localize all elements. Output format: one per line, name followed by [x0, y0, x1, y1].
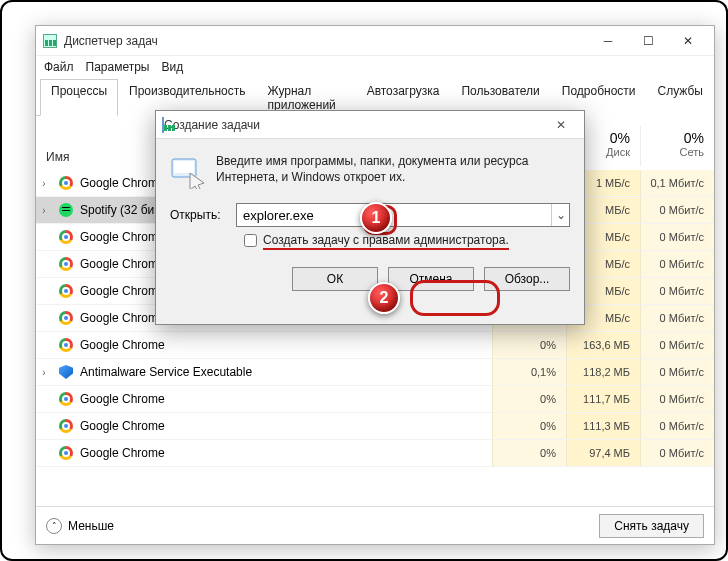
titlebar[interactable]: Диспетчер задач ─ ☐ ✕: [36, 26, 714, 56]
menubar: Файл Параметры Вид: [36, 56, 714, 78]
cell-mem: 97,4 МБ: [566, 440, 640, 466]
chrome-icon: [58, 445, 74, 461]
process-name: Google Chrome: [80, 338, 492, 352]
close-button[interactable]: ✕: [668, 27, 708, 55]
cell-mem: 118,2 МБ: [566, 359, 640, 385]
spotify-icon: [58, 202, 74, 218]
cell-net: 0 Мбит/с: [640, 251, 714, 277]
cell-cpu: 0%: [492, 440, 566, 466]
expand-icon[interactable]: ›: [36, 205, 52, 216]
chrome-icon: [58, 229, 74, 245]
dialog-icon: [162, 118, 164, 132]
cell-net: 0 Мбит/с: [640, 386, 714, 412]
end-task-button[interactable]: Снять задачу: [599, 514, 704, 538]
callout-badge-2: 2: [368, 282, 400, 314]
window-title: Диспетчер задач: [64, 34, 588, 48]
process-name: Antimalware Service Executable: [80, 365, 492, 379]
col-name[interactable]: Имя: [46, 150, 69, 164]
chevron-up-icon: ˄: [46, 518, 62, 534]
open-label: Открыть:: [170, 208, 226, 222]
callout-badge-1: 1: [360, 202, 392, 234]
table-row[interactable]: Google Chrome0%111,7 МБ0 Мбит/с: [36, 386, 714, 413]
menu-file[interactable]: Файл: [44, 60, 74, 74]
ok-button[interactable]: ОК: [292, 267, 378, 291]
cell-cpu: 0,1%: [492, 359, 566, 385]
table-row[interactable]: ›Antimalware Service Executable0,1%118,2…: [36, 359, 714, 386]
dialog-titlebar[interactable]: Создание задачи ✕: [156, 111, 584, 139]
chrome-icon: [58, 283, 74, 299]
browse-button[interactable]: Обзор...: [484, 267, 570, 291]
menu-view[interactable]: Вид: [161, 60, 183, 74]
tab-processes[interactable]: Процессы: [40, 79, 118, 116]
cell-mem: 111,3 МБ: [566, 413, 640, 439]
process-name: Google Chrome: [80, 419, 492, 433]
chrome-icon: [58, 337, 74, 353]
table-row[interactable]: Google Chrome0%111,3 МБ0 Мбит/с: [36, 413, 714, 440]
table-row[interactable]: Google Chrome0%97,4 МБ0 Мбит/с: [36, 440, 714, 467]
column-headers: 0% Диск 0% Сеть: [566, 126, 714, 166]
footer: ˄ Меньше Снять задачу: [36, 506, 714, 544]
minimize-button[interactable]: ─: [588, 27, 628, 55]
cell-mem: 111,7 МБ: [566, 386, 640, 412]
cell-cpu: 0%: [492, 332, 566, 358]
expand-icon[interactable]: ›: [36, 367, 52, 378]
dialog-instruction: Введите имя программы, папки, документа …: [216, 153, 570, 189]
expand-icon[interactable]: ›: [36, 178, 52, 189]
dialog-close-button[interactable]: ✕: [544, 114, 578, 136]
svg-rect-1: [174, 161, 194, 173]
cell-net: 0 Мбит/с: [640, 413, 714, 439]
cell-net: 0 Мбит/с: [640, 224, 714, 250]
chevron-down-icon[interactable]: ⌄: [551, 204, 569, 226]
menu-options[interactable]: Параметры: [86, 60, 150, 74]
chrome-icon: [58, 310, 74, 326]
cell-net: 0 Мбит/с: [640, 278, 714, 304]
admin-checkbox-label[interactable]: Создать задачу с правами администратора.: [263, 233, 509, 247]
run-icon: [170, 153, 206, 189]
open-input[interactable]: [237, 208, 551, 223]
col-network[interactable]: 0% Сеть: [640, 126, 714, 166]
shield-icon: [58, 364, 74, 380]
admin-checkbox[interactable]: [244, 234, 257, 247]
taskmanager-icon: [42, 33, 58, 49]
dialog-title: Создание задачи: [164, 118, 544, 132]
chrome-icon: [58, 175, 74, 191]
open-combobox[interactable]: ⌄: [236, 203, 570, 227]
tab-services[interactable]: Службы: [647, 79, 714, 116]
table-row[interactable]: Google Chrome0%163,6 МБ0 Мбит/с: [36, 332, 714, 359]
maximize-button[interactable]: ☐: [628, 27, 668, 55]
cell-net: 0 Мбит/с: [640, 305, 714, 331]
cell-cpu: 0%: [492, 386, 566, 412]
process-name: Google Chrome: [80, 392, 492, 406]
cell-net: 0 Мбит/с: [640, 332, 714, 358]
cell-net: 0 Мбит/с: [640, 440, 714, 466]
cell-net: 0 Мбит/с: [640, 359, 714, 385]
chrome-icon: [58, 391, 74, 407]
cell-cpu: 0%: [492, 413, 566, 439]
cell-net: 0,1 Мбит/с: [640, 170, 714, 196]
chrome-icon: [58, 418, 74, 434]
cell-net: 0 Мбит/с: [640, 197, 714, 223]
chrome-icon: [58, 256, 74, 272]
cancel-button[interactable]: Отмена: [388, 267, 474, 291]
fewer-details-button[interactable]: ˄ Меньше: [46, 518, 114, 534]
process-name: Google Chrome: [80, 446, 492, 460]
cell-mem: 163,6 МБ: [566, 332, 640, 358]
